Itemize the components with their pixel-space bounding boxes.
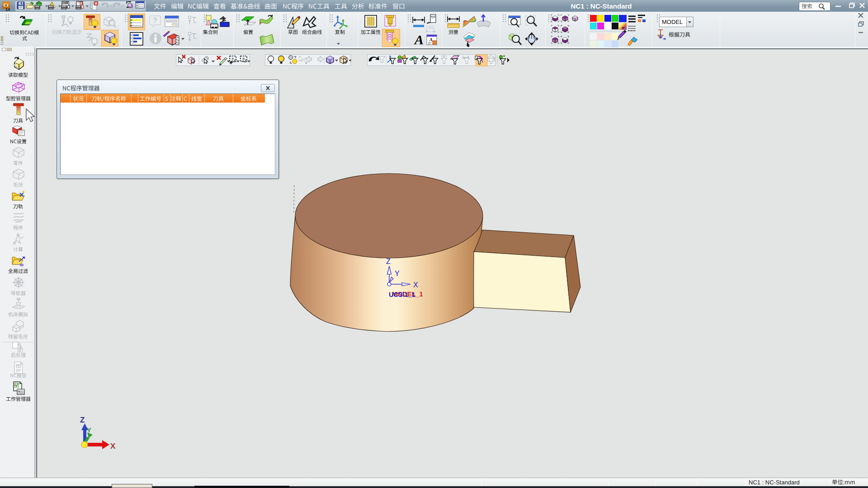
svg-text:Y: Y	[395, 270, 400, 277]
svg-text:Y: Y	[87, 426, 91, 434]
svg-text:A: A	[429, 37, 433, 42]
svg-text:Z: Z	[386, 258, 391, 265]
svg-text:MM: MM	[61, 6, 66, 9]
svg-text:UCS\1_1: UCS\1_1	[389, 291, 415, 298]
svg-text:X: X	[413, 281, 418, 289]
svg-text:?: ?	[153, 17, 157, 24]
svg-text:xyz: xyz	[431, 15, 436, 19]
svg-text:MM: MM	[35, 6, 40, 9]
svg-text:MM: MM	[48, 6, 53, 9]
svg-text:D: D	[66, 1, 68, 4]
svg-text:X: X	[110, 442, 116, 450]
svg-text:Z: Z	[80, 416, 85, 424]
svg-text:MM: MM	[76, 6, 81, 9]
svg-text:A: A	[414, 33, 424, 46]
